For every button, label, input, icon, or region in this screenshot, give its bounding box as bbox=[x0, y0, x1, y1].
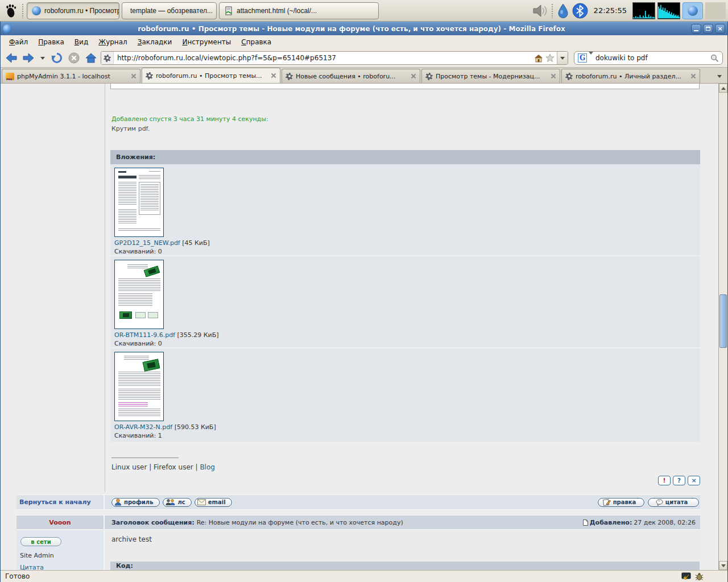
tab-new-messages[interactable]: Новые сообщения • roboforu... bbox=[282, 69, 420, 83]
tab-close-icon[interactable] bbox=[131, 73, 136, 79]
back-button[interactable] bbox=[4, 51, 19, 65]
menu-bookmarks[interactable]: Закладки bbox=[133, 36, 177, 48]
firebug-icon[interactable] bbox=[695, 572, 704, 581]
attachment-size: [355.29 КиБ] bbox=[177, 331, 218, 339]
menu-help[interactable]: Справка bbox=[236, 36, 276, 48]
email-button[interactable]: email bbox=[195, 498, 232, 507]
tab-phpmyadmin[interactable]: phpMyAdmin 3.1.1 - localhost bbox=[2, 69, 140, 83]
post-page-icon bbox=[583, 519, 588, 526]
tab-title: roboforum.ru • Просмотр темы... bbox=[156, 72, 268, 80]
cpu-monitor-graph[interactable] bbox=[632, 2, 655, 19]
html-file-icon bbox=[224, 6, 233, 15]
attachment-thumbnail-btm111[interactable] bbox=[114, 260, 164, 329]
scroll-up-button[interactable] bbox=[719, 84, 727, 93]
taskbar-window-template[interactable]: template — обозревател... bbox=[122, 2, 217, 19]
gear-favicon bbox=[146, 72, 153, 80]
attachment-link[interactable]: GP2D12_15_NEW.pdf bbox=[114, 239, 180, 247]
quote-post-button[interactable]: " цитата bbox=[648, 498, 699, 507]
minimize-button[interactable] bbox=[691, 24, 701, 34]
url-dropdown-button[interactable] bbox=[557, 52, 568, 64]
panel-drag-handle[interactable] bbox=[22, 3, 24, 18]
tab-bar: phpMyAdmin 3.1.1 - localhost roboforum.r… bbox=[1, 68, 727, 84]
tab-close-icon[interactable] bbox=[551, 73, 556, 79]
status-bar: Готово bbox=[1, 570, 727, 582]
profile-button[interactable]: профиль bbox=[111, 498, 160, 507]
search-box[interactable]: G bbox=[574, 51, 723, 65]
water-drop-applet-icon[interactable] bbox=[556, 3, 570, 19]
url-input[interactable] bbox=[114, 54, 532, 62]
search-magnifier-icon[interactable] bbox=[710, 54, 719, 63]
attachment-downloads: Скачиваний: 1 bbox=[114, 432, 162, 439]
attachment-thumbnail-avr-m32[interactable] bbox=[114, 352, 164, 421]
search-input[interactable] bbox=[593, 54, 710, 62]
author-username-link[interactable]: Vooon bbox=[49, 519, 71, 526]
attachment-thumbnail-gp2d12[interactable] bbox=[114, 168, 164, 237]
menu-view[interactable]: Вид bbox=[69, 36, 93, 48]
taskbar-window-attachment[interactable]: attachment.html (~/local/... bbox=[219, 2, 379, 19]
attachment-link[interactable]: OR-BTM111-9.6.pdf bbox=[114, 331, 175, 339]
bluetooth-icon[interactable] bbox=[572, 3, 588, 19]
maximize-button[interactable] bbox=[703, 24, 713, 34]
update-notifier-icon[interactable] bbox=[681, 572, 692, 581]
post2-message: archive test bbox=[111, 535, 152, 543]
panel-clock[interactable]: 22:25:55 bbox=[590, 6, 630, 15]
google-engine-icon[interactable]: G bbox=[578, 53, 587, 63]
history-dropdown-icon[interactable] bbox=[38, 51, 47, 65]
gear-favicon bbox=[286, 73, 293, 80]
gnome-foot-icon bbox=[5, 3, 17, 18]
tab-close-icon[interactable] bbox=[411, 73, 416, 79]
signature-blog-link[interactable]: Blog bbox=[200, 463, 215, 471]
close-button[interactable]: × bbox=[715, 24, 725, 34]
scrollbar-thumb[interactable] bbox=[719, 294, 727, 348]
post2-body-row: в сети Site Admin Цитата archive test Ко… bbox=[16, 530, 700, 570]
quote-link[interactable]: Цитата bbox=[20, 564, 44, 570]
tab-list-dropdown-icon[interactable] bbox=[713, 69, 726, 83]
svg-text:": " bbox=[658, 500, 660, 504]
attachments-panel: Вложения: bbox=[110, 150, 700, 442]
url-bar[interactable] bbox=[101, 51, 568, 65]
stop-button[interactable] bbox=[67, 51, 81, 65]
tray-browser-icon[interactable] bbox=[682, 2, 703, 19]
edit-post-button[interactable]: правка bbox=[598, 498, 644, 507]
signature-divider bbox=[111, 458, 179, 458]
firefox-window: roboforum.ru • Просмотр темы - Новые мод… bbox=[0, 22, 728, 582]
added-later-note: Добавлено спустя 3 часа 31 минуту 4 секу… bbox=[111, 115, 268, 123]
subject-label: Заголовок сообщения: bbox=[111, 519, 195, 526]
tab-close-icon[interactable] bbox=[271, 73, 276, 78]
tab-close-icon[interactable] bbox=[690, 73, 696, 79]
taskbar-window-title: template — обозревател... bbox=[130, 7, 213, 15]
firefox-globe-icon bbox=[32, 6, 41, 15]
quote-bubble-icon: " bbox=[656, 499, 663, 506]
tab-topic-modernization[interactable]: Просмотр темы - Модернизац... bbox=[421, 69, 560, 83]
tab-title: roboforum.ru • Личный раздел... bbox=[576, 73, 688, 80]
scroll-down-button[interactable] bbox=[719, 561, 727, 570]
tab-title: Просмотр темы - Модернизац... bbox=[436, 73, 548, 80]
taskbar-window-roboforum[interactable]: roboforum.ru • Просмотр ... bbox=[27, 2, 119, 19]
online-badge[interactable]: в сети bbox=[20, 537, 61, 546]
private-message-button[interactable]: лс bbox=[163, 498, 192, 507]
menu-edit[interactable]: Правка bbox=[33, 36, 69, 48]
reload-button[interactable] bbox=[49, 51, 64, 65]
vertical-scrollbar[interactable] bbox=[718, 84, 727, 570]
forward-button[interactable] bbox=[21, 51, 36, 65]
gnome-menu-icon[interactable] bbox=[2, 2, 19, 20]
delete-post-button[interactable]: × bbox=[688, 476, 700, 485]
network-monitor-graph[interactable] bbox=[657, 2, 680, 19]
home-button[interactable] bbox=[84, 51, 98, 65]
home-page-icon[interactable] bbox=[534, 54, 543, 63]
bookmark-star-icon[interactable] bbox=[545, 53, 555, 63]
menu-history[interactable]: Журнал bbox=[93, 36, 133, 48]
attachment-link[interactable]: OR-AVR-M32-N.pdf bbox=[114, 423, 172, 431]
post-info-button[interactable]: ? bbox=[673, 476, 685, 485]
menu-file[interactable]: Файл bbox=[4, 36, 33, 48]
attachment-row: GP2D12_15_NEW.pdf [45 КиБ] Скачиваний: 0 bbox=[110, 164, 700, 255]
volume-icon[interactable] bbox=[532, 3, 549, 19]
report-post-button[interactable]: ! bbox=[658, 476, 671, 485]
panel-drag-handle[interactable] bbox=[551, 3, 554, 18]
window-titlebar[interactable]: roboforum.ru • Просмотр темы - Новые мод… bbox=[1, 22, 727, 35]
search-engine-dropdown-icon[interactable] bbox=[589, 55, 593, 62]
tab-private-section[interactable]: roboforum.ru • Личный раздел... bbox=[561, 69, 700, 83]
back-to-top-link[interactable]: Вернуться к началу bbox=[19, 498, 91, 506]
menu-tools[interactable]: Инструменты bbox=[177, 36, 236, 48]
tab-roboforum-topic[interactable]: roboforum.ru • Просмотр темы... bbox=[142, 68, 280, 83]
